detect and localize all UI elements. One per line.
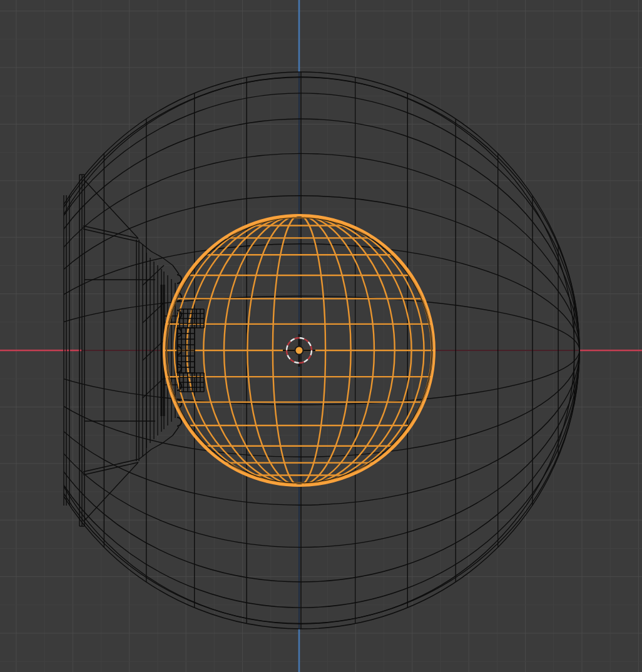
blender-3d-viewport[interactable] bbox=[0, 0, 642, 672]
viewport-background bbox=[0, 0, 642, 672]
